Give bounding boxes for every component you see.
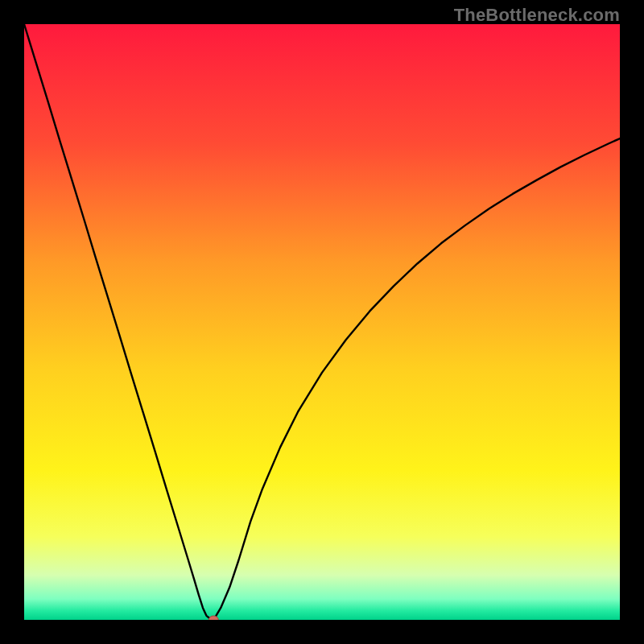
chart-plot [24,24,620,620]
watermark-text: TheBottleneck.com [454,5,620,26]
gradient-fill [24,24,620,620]
chart-frame: TheBottleneck.com [0,0,644,644]
